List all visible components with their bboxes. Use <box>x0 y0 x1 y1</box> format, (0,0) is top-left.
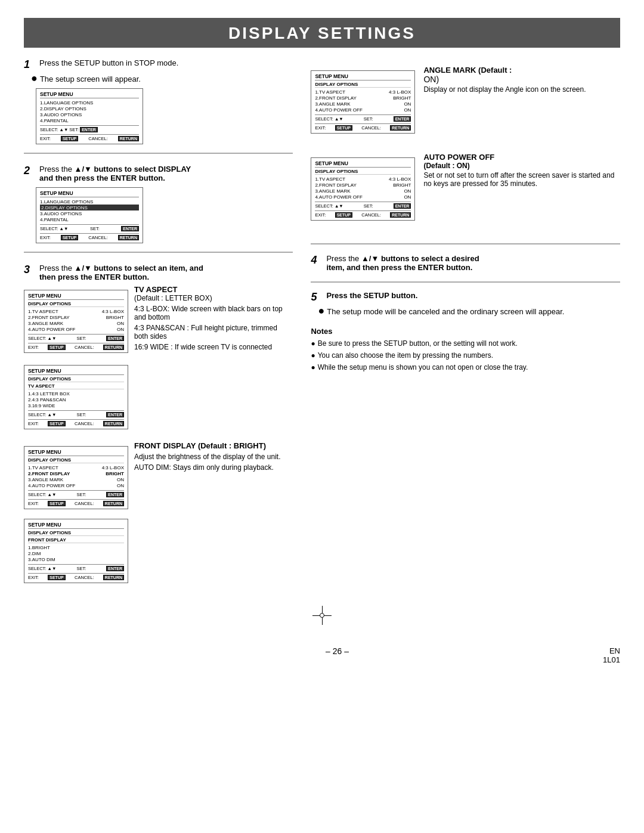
bullet-dot: ● <box>31 73 38 83</box>
menu-footer: EXIT: SETUP CANCEL: RETURN <box>28 499 124 506</box>
enter-btn: ENTER <box>121 226 139 231</box>
setup-menu-1: SETUP MENU 1.LANGUAGE OPTIONS 2.DISPLAY … <box>36 88 143 144</box>
notes-text-1: Be sure to press the SETUP button, or th… <box>318 339 518 348</box>
return-btn: RETURN <box>118 136 139 141</box>
menu-item: 4.PARENTAL <box>40 216 139 222</box>
step-3-text: Press the ▲/▼ buttons to select an item,… <box>39 264 203 281</box>
step-5-bullet-text: The setup mode will be canceled and the … <box>327 307 564 316</box>
step-4-header: 4 Press the ▲/▼ buttons to select a desi… <box>311 254 620 272</box>
set-label: SET: <box>69 127 79 132</box>
crosshair-container <box>0 606 644 625</box>
step-3-number: 3 <box>24 264 35 276</box>
cancel-label: CANCEL: <box>88 136 108 141</box>
select-label: SELECT: ▲▼ <box>40 127 68 132</box>
menu-subtitle: DISPLAY OPTIONS <box>315 169 411 175</box>
return-btn: RETURN <box>390 125 411 131</box>
menu-item: 4.AUTO POWER OFFON <box>28 482 124 488</box>
page-header: DISPLAY SETTINGS <box>24 18 620 48</box>
menu-footer-1: SELECT: ▲▼ SET: ENTER <box>40 125 139 132</box>
front-display-submenu: SETUP MENU DISPLAY OPTIONS FRONT DISPLAY… <box>24 519 128 583</box>
divider-2 <box>24 252 293 253</box>
menu-subtitle-2: TV ASPECT <box>28 383 124 389</box>
tv-aspect-submenu: SETUP MENU DISPLAY OPTIONS TV ASPECT 1.4… <box>24 365 128 429</box>
menu-subtitle: DISPLAY OPTIONS <box>28 376 124 382</box>
bullet-dot-n1: ● <box>311 339 315 348</box>
auto-power-title: AUTO POWER OFF <box>423 153 620 162</box>
step-5-bullet: ● The setup mode will be canceled and th… <box>318 307 620 316</box>
setup-btn: SETUP <box>61 136 78 141</box>
front-display-autodim: AUTO DIM: Stays dim only during playback… <box>134 463 280 472</box>
model-label: 1L01 <box>603 655 620 664</box>
front-display-menus: SETUP MENU DISPLAY OPTIONS 1.TV ASPECT4:… <box>24 441 128 588</box>
crosshair <box>312 606 332 625</box>
tv-aspect-section: SETUP MENU DISPLAY OPTIONS 1.TV ASPECT4:… <box>24 285 293 434</box>
menu-footer: SELECT: ▲▼ SET: ENTER <box>28 490 124 497</box>
tv-aspect-item-1: 4:3 L-BOX: Wide screen with black bars o… <box>134 305 293 321</box>
auto-power-menu: SETUP MENU DISPLAY OPTIONS 1.TV ASPECT4:… <box>311 157 415 221</box>
left-column: 1 Press the SETUP button in STOP mode. ●… <box>24 48 305 588</box>
front-display-main-menu: SETUP MENU DISPLAY OPTIONS 1.TV ASPECT4:… <box>24 446 128 509</box>
step-1-number: 1 <box>24 58 35 71</box>
step-5-number: 5 <box>311 291 321 304</box>
menu-title: SETUP MENU <box>28 293 124 300</box>
menu-item: 3.ANGLE MARKON <box>28 320 124 326</box>
step-5-header: 5 Press the SETUP button. <box>311 291 620 304</box>
divider-right-2 <box>311 281 620 283</box>
menu-item: 1.4:3 LETTER BOX <box>28 391 124 397</box>
step-5-text: Press the SETUP button. <box>326 291 417 300</box>
divider-1 <box>24 153 293 154</box>
menu-item: 2.FRONT DISPLAYBRIGHT <box>315 95 411 101</box>
setup-btn: SETUP <box>48 575 65 580</box>
front-display-section: SETUP MENU DISPLAY OPTIONS 1.TV ASPECT4:… <box>24 441 293 588</box>
step-5: 5 Press the SETUP button. ● The setup mo… <box>311 291 620 371</box>
menu-item: 3.AUDIO OPTIONS <box>40 210 139 216</box>
menu-title: SETUP MENU <box>28 522 124 529</box>
menu-item-bold: 2.FRONT DISPLAYBRIGHT <box>28 470 124 476</box>
return-btn: RETURN <box>103 501 124 506</box>
step-3: 3 Press the ▲/▼ buttons to select an ite… <box>24 264 293 588</box>
return-btn: RETURN <box>103 345 124 350</box>
step-2-header: 2 Press the ▲/▼ buttons to select DISPLA… <box>24 165 293 182</box>
auto-power-default: (Default : ON) <box>423 162 620 170</box>
menu-item: 2.FRONT DISPLAYBRIGHT <box>315 182 411 188</box>
step-2-text: Press the ▲/▼ buttons to select DISPLAY … <box>39 165 191 182</box>
auto-power-description: AUTO POWER OFF (Default : ON) Set or not… <box>423 153 620 188</box>
enter-btn: ENTER <box>106 412 124 417</box>
angle-mark-section: SETUP MENU DISPLAY OPTIONS 1.TV ASPECT4:… <box>311 66 620 138</box>
menu-item: 4.AUTO POWER OFFON <box>28 326 124 332</box>
exit-label: EXIT: <box>40 235 51 240</box>
menu-footer: EXIT: SETUP CANCEL: RETURN <box>28 573 124 580</box>
step-1-bullet: ● The setup screen will appear. <box>31 75 293 83</box>
tv-aspect-item-2: 4:3 PAN&SCAN : Full height picture, trim… <box>134 324 293 340</box>
menu-footer-3: SELECT: ▲▼ SET: ENTER <box>40 224 139 231</box>
menu-subtitle: DISPLAY OPTIONS <box>315 82 411 88</box>
tv-aspect-description: TV ASPECT (Default : LETTER BOX) 4:3 L-B… <box>134 285 293 351</box>
menu-footer: SELECT: ▲▼ SET: ENTER <box>28 410 124 417</box>
content: 1 Press the SETUP button in STOP mode. ●… <box>0 48 644 588</box>
step-4-number: 4 <box>311 254 321 267</box>
enter-btn: ENTER <box>106 566 124 571</box>
return-btn: RETURN <box>103 421 124 426</box>
auto-power-section: SETUP MENU DISPLAY OPTIONS 1.TV ASPECT4:… <box>311 153 620 225</box>
footer-spacer <box>24 646 72 664</box>
step-1-bullet-text: The setup screen will appear. <box>40 75 141 83</box>
return-btn: RETURN <box>103 575 124 580</box>
bullet-dot-5: ● <box>318 305 324 316</box>
right-column: SETUP MENU DISPLAY OPTIONS 1.TV ASPECT4:… <box>305 48 620 588</box>
menu-footer: EXIT: SETUP CANCEL: RETURN <box>315 210 411 218</box>
angle-mark-description: ANGLE MARK (Default : ON) Display or not… <box>423 66 586 94</box>
menu-title-2: SETUP MENU <box>40 190 139 197</box>
menu-title: SETUP MENU <box>315 160 411 168</box>
menu-item: 4.AUTO POWER OFFON <box>315 194 411 200</box>
set-label: SET: <box>90 226 100 231</box>
front-display-title: FRONT DISPLAY (Default : BRIGHT) <box>134 441 280 450</box>
step-4: 4 Press the ▲/▼ buttons to select a desi… <box>311 254 620 272</box>
setup-btn: SETUP <box>48 345 65 350</box>
bullet-dot-n2: ● <box>311 351 315 360</box>
angle-mark-menu: SETUP MENU DISPLAY OPTIONS 1.TV ASPECT4:… <box>311 70 415 134</box>
enter-btn: ENTER <box>80 127 98 132</box>
exit-label: EXIT: <box>40 136 51 141</box>
notes-title: Notes <box>311 327 620 336</box>
menu-item: 3.ANGLE MARKON <box>315 188 411 194</box>
page-footer: – 26 – EN 1L01 <box>0 634 644 670</box>
